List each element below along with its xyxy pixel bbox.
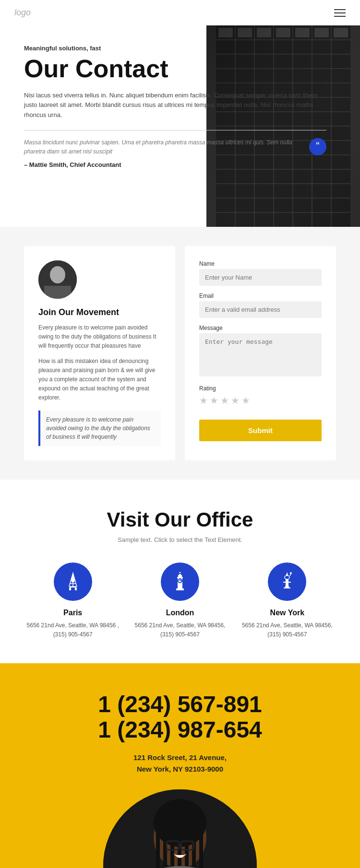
svg-rect-65 bbox=[170, 824, 174, 868]
name-label: Name bbox=[199, 260, 322, 267]
name-input[interactable] bbox=[199, 269, 322, 286]
star-1[interactable]: ★ bbox=[199, 395, 208, 406]
svg-rect-69 bbox=[199, 828, 203, 868]
cta-person-area bbox=[24, 789, 336, 868]
hero-tagline: Meaningful solutions, fast bbox=[24, 45, 326, 52]
hero-quote-block: Massa tincidunt nunc pulvinar sapien. Ur… bbox=[24, 138, 326, 168]
person-figure bbox=[103, 789, 257, 868]
email-field-group: Email bbox=[199, 293, 322, 318]
star-2[interactable]: ★ bbox=[210, 395, 218, 406]
contact-section: Join Our Movement Every pleasure is to w… bbox=[0, 227, 360, 480]
hero-divider bbox=[24, 130, 326, 130]
hero-section: Meaningful solutions, fast Our Contact N… bbox=[0, 25, 360, 227]
svg-rect-55 bbox=[288, 582, 291, 583]
join-quote-text: Every pleasure is to welcome pain avoide… bbox=[46, 415, 155, 441]
contact-card: Join Our Movement Every pleasure is to w… bbox=[24, 246, 336, 460]
cta-phone-1: 1 (234) 567-891 bbox=[24, 692, 336, 717]
join-desc-2: How is all this mistaken idea of denounc… bbox=[38, 357, 161, 403]
svg-rect-42 bbox=[177, 577, 183, 578]
message-input[interactable] bbox=[199, 333, 322, 376]
join-blockquote: Every pleasure is to welcome pain avoide… bbox=[38, 411, 161, 446]
office-section: Visit Our Office Sample text. Click to s… bbox=[0, 480, 360, 663]
london-address: 5656 21nd Ave, Seattle, WA 98456, (315) … bbox=[131, 621, 228, 639]
cta-section: 1 (234) 567-891 1 (234) 987-654 121 Rock… bbox=[0, 663, 360, 868]
paris-name: Paris bbox=[24, 609, 121, 617]
newyork-icon bbox=[268, 563, 306, 601]
message-field-group: Message bbox=[199, 325, 322, 378]
svg-rect-34 bbox=[72, 581, 74, 582]
hamburger-menu[interactable] bbox=[334, 9, 346, 17]
submit-button[interactable]: Submit bbox=[199, 420, 322, 441]
svg-rect-41 bbox=[178, 575, 182, 577]
newyork-name: New York bbox=[239, 609, 336, 617]
svg-rect-54 bbox=[283, 582, 286, 583]
rating-group: Rating ★ ★ ★ ★ ★ bbox=[199, 385, 322, 406]
hero-content: Meaningful solutions, fast Our Contact N… bbox=[24, 45, 336, 203]
hero-description: Nisi lacus sed viverra tellus in. Nunc a… bbox=[24, 91, 326, 120]
contact-left-panel: Join Our Movement Every pleasure is to w… bbox=[24, 246, 175, 460]
office-item-newyork: New York 5656 21nd Ave, Seattle, WA 9845… bbox=[239, 563, 336, 639]
avatar bbox=[38, 260, 77, 299]
office-item-london: London 5656 21nd Ave, Seattle, WA 98456,… bbox=[131, 563, 228, 639]
hero-quote-text: Massa tincidunt nunc pulvinar sapien. Ur… bbox=[24, 138, 302, 156]
svg-rect-40 bbox=[75, 587, 77, 590]
svg-point-52 bbox=[285, 575, 289, 579]
london-name: London bbox=[131, 609, 228, 617]
svg-marker-49 bbox=[179, 572, 181, 573]
star-3[interactable]: ★ bbox=[220, 395, 229, 406]
svg-rect-48 bbox=[179, 574, 181, 575]
email-label: Email bbox=[199, 293, 322, 299]
name-field-group: Name bbox=[199, 260, 322, 286]
cta-phone-2: 1 (234) 987-654 bbox=[24, 717, 336, 743]
header: logo bbox=[0, 0, 360, 25]
svg-rect-53 bbox=[286, 579, 288, 586]
svg-rect-67 bbox=[185, 824, 189, 868]
join-desc-1: Every pleasure is to welcome pain avoide… bbox=[38, 323, 161, 351]
contact-right-panel: Name Email Message Rating ★ ★ ★ ★ ★ bbox=[185, 246, 336, 460]
office-item-paris: Paris 5656 21nd Ave, Seattle, WA 98456 ,… bbox=[24, 563, 121, 639]
message-label: Message bbox=[199, 325, 322, 331]
svg-rect-57 bbox=[284, 587, 290, 588]
svg-rect-32 bbox=[44, 286, 71, 299]
paris-address: 5656 21nd Ave, Seattle, WA 98456 , (315)… bbox=[24, 621, 121, 639]
rating-stars: ★ ★ ★ ★ ★ bbox=[199, 395, 322, 406]
office-title: Visit Our Office bbox=[24, 508, 336, 531]
email-input[interactable] bbox=[199, 301, 322, 318]
hero-title: Our Contact bbox=[24, 56, 326, 82]
svg-marker-50 bbox=[286, 572, 288, 575]
star-5[interactable]: ★ bbox=[241, 395, 250, 406]
svg-rect-56 bbox=[285, 586, 289, 587]
paris-icon bbox=[54, 563, 92, 601]
rating-label: Rating bbox=[199, 385, 322, 392]
svg-rect-47 bbox=[176, 588, 184, 590]
offices-grid: Paris 5656 21nd Ave, Seattle, WA 98456 ,… bbox=[24, 563, 336, 639]
join-title: Join Our Movement bbox=[38, 307, 161, 317]
logo: logo bbox=[14, 8, 31, 18]
quote-icon bbox=[309, 138, 326, 155]
hero-quote-author: – Mattie Smith, Chief Accountant bbox=[24, 161, 302, 168]
svg-rect-39 bbox=[69, 587, 71, 590]
svg-rect-63 bbox=[156, 828, 160, 868]
office-subtitle: Sample text. Click to select the Text El… bbox=[24, 536, 336, 543]
london-icon bbox=[161, 563, 199, 601]
svg-point-59 bbox=[290, 572, 292, 574]
newyork-address: 5656 21nd Ave, Seattle, WA 98456, (315) … bbox=[239, 621, 336, 639]
svg-point-30 bbox=[50, 266, 65, 283]
cta-address: 121 Rock Sreet, 21 Avenue,New York, NY 9… bbox=[24, 752, 336, 775]
star-4[interactable]: ★ bbox=[231, 395, 240, 406]
